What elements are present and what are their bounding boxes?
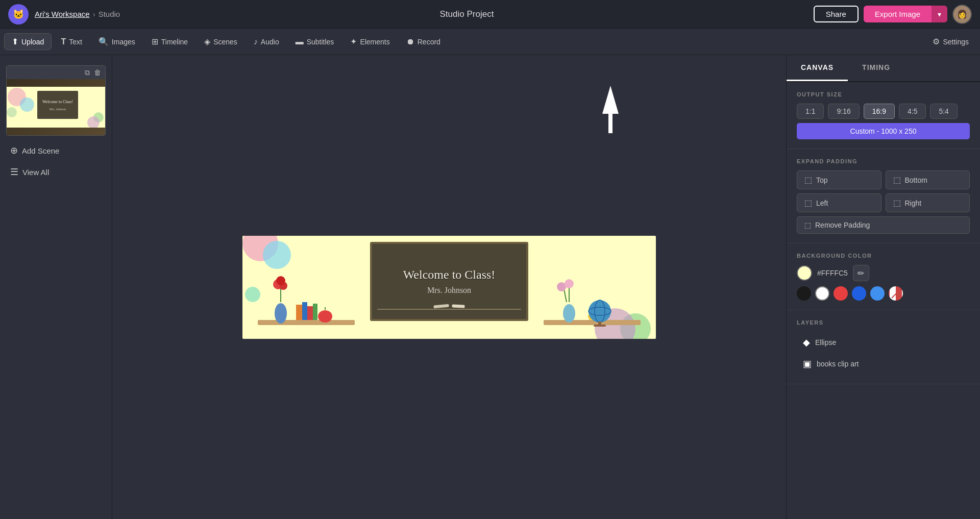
padding-right-label: Right (905, 199, 922, 207)
bg-color-swatch[interactable] (797, 265, 812, 281)
padding-right-icon: ⬚ (893, 198, 901, 208)
toolbar-audio[interactable]: ♪ Audio (247, 34, 286, 50)
record-icon: ⏺ (406, 37, 414, 46)
padding-top-button[interactable]: ⬚ Top (797, 170, 881, 189)
audio-icon: ♪ (254, 37, 258, 46)
size-4-5[interactable]: 4:5 (899, 104, 926, 119)
duplicate-icon[interactable]: ⧉ (85, 68, 90, 77)
toolbar-elements[interactable]: ✦ Elements (343, 34, 397, 50)
breadcrumb-separator: › (93, 10, 95, 18)
toolbar-subtitles[interactable]: ▬ Subtitles (288, 34, 341, 50)
arrow-tooltip (602, 86, 619, 133)
svg-point-22 (563, 304, 575, 323)
chalkboard-title: Welcome to Class! (403, 268, 496, 282)
toolbar-upload[interactable]: ⬆ Upload (4, 33, 52, 50)
padding-bottom-label: Bottom (905, 176, 927, 184)
padding-right-button[interactable]: ⬚ Right (886, 193, 970, 212)
toolbar-timeline[interactable]: ⊞ Timeline (144, 34, 195, 50)
preset-blue-dark[interactable] (852, 286, 866, 301)
export-dropdown-button[interactable]: ▾ (932, 6, 947, 22)
delete-icon[interactable]: 🗑 (94, 68, 101, 77)
layer-books-name: books clip art (817, 360, 859, 368)
preset-blue-light[interactable] (870, 286, 885, 301)
svg-point-14 (276, 276, 285, 285)
padding-left-label: Left (816, 199, 828, 207)
svg-rect-18 (313, 304, 317, 320)
settings-label: Settings (943, 38, 969, 46)
chalk-items (434, 305, 465, 308)
padding-left-button[interactable]: ⬚ Left (797, 193, 881, 212)
chalkboard: Welcome to Class! Mrs. Johnson (370, 242, 528, 321)
svg-point-27 (589, 300, 611, 323)
add-scene-label: Add Scene (22, 146, 59, 155)
avatar[interactable]: 👩 (952, 5, 972, 24)
toolbar-text[interactable]: T Text (54, 34, 89, 50)
layer-ellipse-icon: ◆ (803, 337, 810, 348)
padding-bottom-button[interactable]: ⬚ Bottom (886, 170, 970, 189)
remove-padding-icon: ⬚ (804, 221, 811, 229)
background-color-section: BACKGROUND COLOR #FFFFC5 ✏ (787, 243, 980, 310)
svg-rect-21 (544, 320, 641, 325)
main-layout: ⧉ 🗑 Welcome to Class! Mrs. Johnson (0, 55, 980, 519)
scenes-label: Scenes (213, 38, 237, 46)
bg-color-row: #FFFFC5 ✏ (797, 265, 970, 281)
preset-red[interactable] (834, 286, 848, 301)
background-color-label: BACKGROUND COLOR (797, 253, 970, 259)
avatar-emoji: 👩 (957, 9, 967, 19)
toolbar-record[interactable]: ⏺ Record (399, 34, 448, 50)
tab-timing[interactable]: TIMING (848, 55, 904, 81)
scene-thumb-controls: ⧉ 🗑 (7, 66, 105, 79)
canvas-frame[interactable]: Welcome to Class! Mrs. Johnson (242, 236, 656, 339)
sidebar: ⧉ 🗑 Welcome to Class! Mrs. Johnson (0, 55, 112, 519)
chalkboard-subtitle: Mrs. Johnson (427, 286, 471, 295)
eyedropper-button[interactable]: ✏ (853, 265, 869, 281)
panel-tabs: CANVAS TIMING (787, 55, 980, 82)
workspace-name[interactable]: Ari's Workspace (35, 10, 90, 18)
size-5-4[interactable]: 5:4 (930, 104, 957, 119)
svg-rect-15 (296, 305, 302, 320)
share-button[interactable]: Share (814, 6, 859, 22)
svg-point-3 (7, 107, 17, 117)
tab-canvas[interactable]: CANVAS (787, 55, 848, 81)
padding-top-label: Top (816, 176, 828, 184)
preset-blocked[interactable] (889, 286, 903, 301)
toolbar-images[interactable]: 🔍 Images (91, 34, 142, 50)
custom-size-button[interactable]: Custom - 1000 x 250 (797, 123, 970, 139)
view-all-button[interactable]: ☰ View All (0, 161, 112, 183)
layer-books-icon: ▣ (803, 358, 812, 369)
preset-white[interactable] (815, 286, 829, 301)
workspace-logo[interactable]: 🐱 (8, 4, 29, 24)
color-presets (797, 286, 970, 301)
upload-label: Upload (21, 38, 44, 46)
settings-icon: ⚙ (933, 37, 940, 46)
timeline-icon: ⊞ (152, 37, 158, 46)
layer-ellipse[interactable]: ◆ Ellipse (797, 332, 970, 353)
chalk-2 (452, 304, 464, 308)
svg-rect-9 (258, 320, 355, 325)
expand-padding-label: EXPAND PADDING (797, 158, 970, 164)
toolbar-settings[interactable]: ⚙ Settings (925, 34, 976, 50)
images-label: Images (112, 38, 135, 46)
svg-point-19 (318, 310, 332, 323)
toolbar-scenes[interactable]: ◈ Scenes (197, 34, 244, 50)
layer-books[interactable]: ▣ books clip art (797, 353, 970, 375)
padding-bottom-icon: ⬚ (893, 175, 901, 185)
add-scene-button[interactable]: ⊕ Add Scene (0, 140, 112, 161)
svg-text:Welcome to Class!: Welcome to Class! (42, 100, 73, 104)
preset-black[interactable] (797, 286, 811, 301)
export-button-group: Export Image ▾ (864, 6, 947, 22)
export-image-button[interactable]: Export Image (864, 6, 932, 22)
view-all-label: View All (22, 168, 49, 177)
subtitles-icon: ▬ (296, 37, 304, 46)
remove-padding-button[interactable]: ⬚ Remove Padding (797, 216, 970, 234)
topbar-actions: Share Export Image ▾ 👩 (814, 5, 972, 24)
chalk-tray (377, 309, 521, 310)
layers-label: LAYERS (797, 319, 970, 326)
size-16-9[interactable]: 16:9 (864, 104, 895, 119)
scene-thumbnail[interactable]: ⧉ 🗑 Welcome to Class! Mrs. Johnson (6, 65, 106, 136)
size-9-16[interactable]: 9:16 (828, 104, 859, 119)
size-1-1[interactable]: 1:1 (797, 104, 824, 119)
padding-top-icon: ⬚ (804, 175, 812, 185)
topbar: 🐱 Ari's Workspace › Studio Studio Projec… (0, 0, 980, 29)
toolbar: ⬆ Upload T Text 🔍 Images ⊞ Timeline ◈ Sc… (0, 29, 980, 55)
